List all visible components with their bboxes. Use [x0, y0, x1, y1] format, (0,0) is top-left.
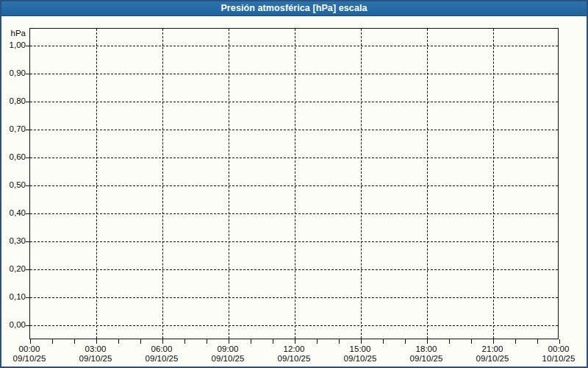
- x-axis-tick: [140, 339, 141, 344]
- y-axis-tick: [26, 185, 29, 186]
- x-axis-tick: [493, 339, 494, 344]
- x-axis-time: 18:00: [398, 344, 454, 354]
- y-gridline: [30, 185, 558, 186]
- x-axis-date: 09/10/25: [332, 354, 388, 364]
- plot-area: [29, 28, 559, 339]
- x-axis-tick: [339, 339, 340, 344]
- x-axis-tick: [537, 339, 538, 344]
- chart-area: hPa 1,000,900,800,700,600,500,400,300,20…: [0, 0, 588, 368]
- y-gridline: [30, 269, 558, 270]
- x-axis-time: 06:00: [134, 344, 190, 354]
- y-axis-tick: [26, 46, 29, 46]
- x-axis-tick: [96, 339, 97, 344]
- x-axis-label: 03:0009/10/25: [68, 344, 123, 364]
- x-axis-tick: [515, 339, 516, 344]
- y-gridline: [30, 46, 558, 46]
- x-axis-tick: [449, 339, 450, 344]
- y-gridline: [30, 130, 558, 130]
- x-axis-tick: [295, 339, 295, 344]
- x-axis-tick: [383, 339, 384, 344]
- y-gridline: [30, 297, 558, 298]
- x-axis-tick: [74, 339, 75, 344]
- y-axis-label: 0,60: [0, 152, 26, 162]
- x-axis-label: 21:0009/10/25: [465, 344, 520, 364]
- y-axis-label: 1,00: [0, 40, 26, 50]
- x-axis-label: 12:0009/10/25: [266, 344, 322, 364]
- y-axis-label: 0,80: [0, 96, 26, 106]
- y-axis-label: 0,90: [0, 68, 26, 78]
- y-axis-tick: [26, 241, 29, 242]
- x-axis-label: 15:0009/10/25: [332, 344, 388, 364]
- x-axis-time: 00:00: [531, 344, 587, 354]
- x-axis-time: 03:00: [68, 344, 123, 354]
- x-axis-date: 09/10/25: [266, 354, 322, 364]
- y-axis-tick: [26, 213, 29, 214]
- x-axis-tick: [162, 339, 163, 344]
- x-axis-date: 10/10/25: [531, 354, 587, 364]
- y-gridline: [30, 102, 558, 102]
- y-gridline: [30, 158, 558, 158]
- x-axis-tick: [471, 339, 472, 344]
- x-axis-time: 21:00: [465, 344, 520, 354]
- x-axis-date: 09/10/25: [398, 354, 454, 364]
- x-axis-date: 09/10/25: [200, 354, 256, 364]
- x-axis-tick: [405, 339, 406, 344]
- y-axis-unit-label: hPa: [0, 29, 26, 38]
- y-axis-tick: [26, 269, 29, 270]
- y-axis-label: 0,10: [0, 291, 26, 302]
- y-axis-label: 0,00: [0, 319, 26, 330]
- x-gridline: [162, 29, 163, 339]
- x-axis-label: 06:0009/10/25: [134, 344, 190, 364]
- x-axis-date: 09/10/25: [68, 354, 123, 364]
- x-axis-time: 09:00: [200, 344, 256, 354]
- x-axis-tick: [317, 339, 318, 344]
- y-axis-tick: [26, 130, 29, 130]
- x-axis-tick: [273, 339, 273, 344]
- y-axis-tick: [26, 325, 29, 326]
- y-axis-label: 0,30: [0, 236, 26, 246]
- x-axis-date: 09/10/25: [1, 354, 57, 364]
- y-axis-tick: [26, 158, 29, 158]
- chart-window: Presión atmosférica [hPa] escala hPa 1,0…: [0, 0, 588, 368]
- x-axis-tick: [427, 339, 428, 344]
- y-axis-label: 0,70: [0, 124, 26, 134]
- y-axis-label: 0,50: [0, 180, 26, 190]
- x-axis-tick: [207, 339, 207, 344]
- y-gridline: [30, 74, 558, 74]
- y-gridline: [30, 325, 558, 326]
- x-axis-tick: [118, 339, 119, 344]
- y-axis-tick: [26, 102, 29, 102]
- x-gridline: [493, 29, 494, 339]
- x-gridline: [96, 29, 97, 339]
- x-gridline: [229, 29, 229, 339]
- x-axis-time: 15:00: [332, 344, 388, 354]
- y-axis-tick: [26, 297, 29, 298]
- y-gridline: [30, 241, 558, 242]
- x-axis-label: 00:0010/10/25: [531, 344, 587, 364]
- x-axis-tick: [251, 339, 251, 344]
- x-axis-label: 00:0009/10/25: [1, 344, 57, 364]
- x-axis-tick: [361, 339, 362, 344]
- x-axis-tick: [184, 339, 185, 344]
- x-axis-tick: [52, 339, 53, 344]
- x-axis-tick: [30, 339, 31, 344]
- x-axis-time: 12:00: [266, 344, 322, 354]
- x-gridline: [361, 29, 362, 339]
- y-axis-label: 0,20: [0, 263, 26, 274]
- x-gridline: [295, 29, 295, 339]
- x-axis-tick: [559, 339, 560, 344]
- x-axis-label: 18:0009/10/25: [398, 344, 454, 364]
- x-axis-time: 00:00: [1, 344, 57, 354]
- x-axis-tick: [229, 339, 229, 344]
- x-gridline: [427, 29, 428, 339]
- x-axis-label: 09:0009/10/25: [200, 344, 256, 364]
- y-axis-label: 0,40: [0, 208, 26, 218]
- x-axis-date: 09/10/25: [134, 354, 190, 364]
- y-gridline: [30, 213, 558, 214]
- y-axis-tick: [26, 74, 29, 74]
- x-axis-date: 09/10/25: [465, 354, 520, 364]
